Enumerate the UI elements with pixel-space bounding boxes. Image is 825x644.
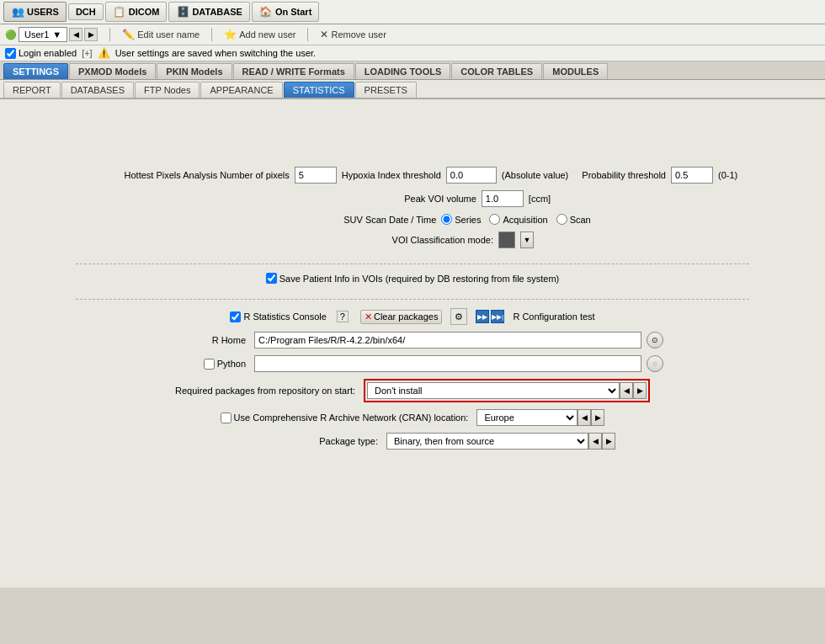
suv-scan-radio[interactable] [556, 214, 567, 225]
login-enabled-checkbox[interactable] [5, 48, 16, 59]
nav-dch[interactable]: DCH [68, 3, 104, 20]
nav-users[interactable]: 👥 USERS [3, 2, 67, 22]
package-type-label: Package type: [210, 436, 378, 446]
user-dropdown[interactable]: User1 ▼ [19, 27, 67, 42]
database-icon: 🗄️ [176, 5, 189, 19]
required-packages-select[interactable]: Don't install Install [367, 382, 620, 399]
peak-voi-label: Peak VOI volume [274, 194, 476, 204]
peak-voi-input[interactable] [482, 190, 524, 207]
login-enabled-label[interactable]: Login enabled [5, 48, 77, 59]
add-icon: ⭐ [224, 29, 237, 40]
suv-scan-row: SUV Scan Date / Time Series Acquisition … [234, 214, 590, 225]
nav-database[interactable]: 🗄️ DATABASE [168, 2, 249, 22]
onstart-icon: 🏠 [259, 5, 273, 19]
r-help-button[interactable]: ? [337, 311, 349, 322]
r-home-input[interactable] [254, 332, 641, 349]
suv-series-label[interactable]: Series [441, 214, 481, 225]
python-checkbox[interactable] [204, 359, 215, 370]
tab-pkin-models[interactable]: PKIN Models [157, 63, 232, 79]
package-type-select[interactable]: Binary, then from source Source only Bin… [386, 433, 588, 450]
tab-statistics[interactable]: STATISTICS [284, 82, 354, 98]
suv-acquisition-radio[interactable] [489, 214, 500, 225]
required-packages-highlight: Don't install Install ◀ ▶ [364, 379, 650, 402]
package-type-row: Package type: Binary, then from source S… [210, 433, 615, 450]
cran-select[interactable]: Europe USA [476, 409, 578, 426]
r-config-icon1: ▶▶ [476, 310, 489, 323]
tab-databases[interactable]: DATABASES [61, 82, 134, 98]
python-input[interactable] [254, 355, 641, 372]
required-packages-label: Required packages from repository on sta… [175, 386, 355, 396]
package-type-next-button[interactable]: ▶ [602, 433, 615, 450]
r-settings-button[interactable]: ⚙ [450, 308, 467, 325]
cran-next-button[interactable]: ▶ [591, 409, 604, 426]
r-home-label: R Home [162, 335, 246, 345]
cran-checkbox-label[interactable]: Use Comprehensive R Archive Network (CRA… [221, 412, 469, 423]
hottest-pixels-label: Hottest Pixels Analysis Number of pixels [88, 170, 290, 180]
voi-class-color-swatch[interactable] [498, 232, 515, 248]
peak-voi-unit-label: [ccm] [529, 194, 551, 204]
save-patient-checkbox-label[interactable]: Save Patient Info in VOIs (required by D… [266, 273, 560, 284]
login-bar: Login enabled [+] ⚠️ User settings are s… [0, 45, 825, 61]
python-checkbox-label[interactable]: Python [162, 359, 246, 370]
user-bar: 🟢 User1 ▼ ◀ ▶ ✏️ Edit user name ⭐ Add ne… [0, 24, 825, 45]
tab-appearance[interactable]: APPEARANCE [200, 82, 282, 98]
remove-user-button[interactable]: ✕ Remove user [320, 29, 386, 40]
cran-checkbox[interactable] [221, 412, 232, 423]
python-toggle-button[interactable]: ○ [647, 355, 663, 372]
cran-row: Use Comprehensive R Archive Network (CRA… [221, 409, 605, 426]
peak-voi-row: Peak VOI volume [ccm] [274, 190, 551, 207]
r-home-browse-button[interactable]: ⊙ [647, 332, 663, 349]
save-patient-checkbox[interactable] [266, 273, 277, 284]
probability-range-label: (0-1) [718, 170, 737, 180]
tab-ftp-nodes[interactable]: FTP Nodes [135, 82, 200, 98]
add-user-button[interactable]: ⭐ Add new user [224, 29, 295, 40]
tab-color-tables[interactable]: COLOR TABLES [451, 63, 542, 79]
tab-loading-tools[interactable]: LOADING TOOLS [355, 63, 450, 79]
suv-acquisition-label[interactable]: Acquisition [489, 214, 547, 225]
tab-presets[interactable]: PRESETS [355, 82, 417, 98]
nav-dicom[interactable]: 📋 DICOM [105, 2, 168, 22]
dropdown-arrow-icon: ▼ [52, 29, 61, 40]
users-icon: 👥 [11, 5, 24, 19]
edit-icon: ✏️ [122, 29, 135, 40]
package-type-prev-button[interactable]: ◀ [588, 433, 602, 450]
tab-report[interactable]: REPORT [3, 82, 61, 98]
user-next-button[interactable]: ▶ [84, 28, 98, 41]
r-statistics-row: R Statistics Console ? ✕ Clear packages … [230, 308, 594, 325]
python-row: Python ○ [162, 355, 663, 372]
hottest-pixels-input[interactable] [295, 167, 337, 184]
voi-class-dropdown-button[interactable]: ▼ [520, 232, 534, 248]
remove-icon: ✕ [320, 29, 328, 40]
hypoxia-label: Hypoxia Index threshold [342, 170, 441, 180]
user-prev-button[interactable]: ◀ [69, 28, 82, 41]
user-icon: 🟢 [5, 29, 17, 40]
separator2 [211, 28, 212, 41]
tab-row-2: REPORT DATABASES FTP Nodes APPEARANCE ST… [0, 80, 825, 99]
required-packages-dropdown-group: Don't install Install ◀ ▶ [367, 382, 647, 399]
tab-modules[interactable]: MODULES [543, 63, 608, 79]
tab-read-write-formats[interactable]: READ / WRITE Formats [233, 63, 354, 79]
nav-onstart[interactable]: 🏠 On Start [252, 2, 319, 22]
user-select-group: 🟢 User1 ▼ ◀ ▶ [5, 27, 98, 42]
r-stat-checkbox-label[interactable]: R Statistics Console [230, 311, 326, 322]
suv-series-radio[interactable] [441, 214, 452, 225]
required-packages-prev-button[interactable]: ◀ [620, 382, 633, 399]
tab-pxmod-models[interactable]: PXMOD Models [69, 63, 156, 79]
hypoxia-input[interactable] [446, 167, 497, 184]
clear-packages-button[interactable]: ✕ Clear packages [360, 310, 442, 324]
r-stat-checkbox[interactable] [230, 311, 241, 322]
voi-class-row: VOI Classification mode: ▼ [291, 232, 534, 248]
separator1 [109, 28, 110, 41]
edit-username-button[interactable]: ✏️ Edit user name [122, 29, 200, 40]
required-packages-next-button[interactable]: ▶ [633, 382, 647, 399]
main-content: Hottest Pixels Analysis Number of pixels… [0, 99, 825, 588]
tab-settings[interactable]: SETTINGS [3, 63, 68, 79]
cran-prev-button[interactable]: ◀ [578, 409, 591, 426]
probability-input[interactable] [671, 167, 713, 184]
required-packages-row: Required packages from repository on sta… [175, 379, 650, 402]
tab-row-1: SETTINGS PXMOD Models PKIN Models READ /… [0, 61, 825, 80]
separator3 [307, 28, 308, 41]
package-type-dropdown-group: Binary, then from source Source only Bin… [386, 433, 615, 450]
probability-label: Probability threshold [582, 170, 666, 180]
suv-scan-label2[interactable]: Scan [556, 214, 591, 225]
